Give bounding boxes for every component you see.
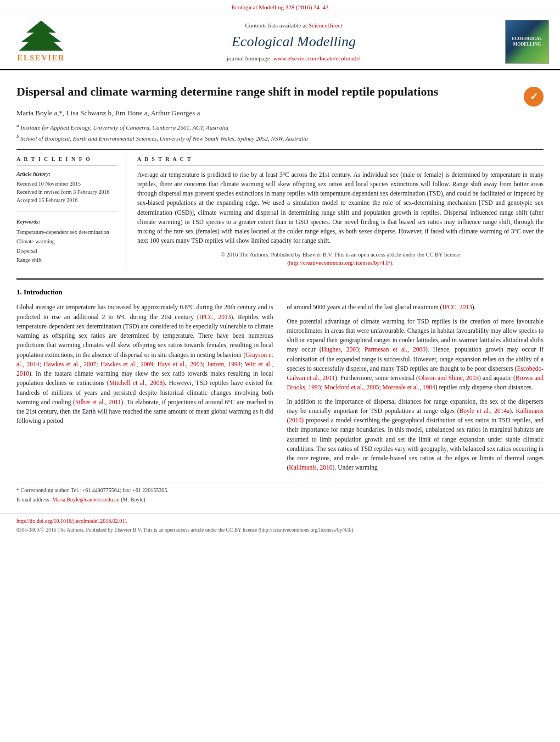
article-history-group: Article history: Received 10 November 20… (16, 170, 117, 204)
article-info-heading: A R T I C L E I N F O (16, 155, 117, 166)
affiliation-b: b School of Biological, Earth and Enviro… (16, 133, 544, 143)
keyword-2: Dispersal (16, 246, 117, 255)
crossmark-badge[interactable]: ✓ (524, 87, 544, 107)
intro-right-col: of around 5000 years at the end of the l… (287, 303, 544, 477)
intro-section-title: 1. Introduction (16, 287, 544, 297)
morreale-ref[interactable]: Morreale et al., 1984 (383, 384, 435, 390)
doi-link[interactable]: http://dx.doi.org/10.1016/j.ecolmodel.20… (16, 518, 127, 524)
mitchell-ref[interactable]: Mitchell et al., 2008 (109, 380, 163, 386)
article-title-section: Dispersal and climate warming determine … (16, 84, 544, 104)
section-divider (16, 278, 544, 280)
revised-line: Received in revised form 3 February 2016 (16, 188, 117, 196)
doi-line: http://dx.doi.org/10.1016/j.ecolmodel.20… (16, 517, 544, 525)
email-note: E-mail address: Maria.Boyle@canberra.edu… (16, 496, 544, 504)
silber-ref[interactable]: Silber et al., 2011 (75, 399, 121, 405)
copyright-line: 0304-3800/© 2016 The Authors. Published … (16, 527, 544, 534)
elsevier-logo: ELSEVIER (11, 21, 71, 64)
elsevier-brand-text: ELSEVIER (18, 53, 65, 64)
hughes-ref[interactable]: Hughes, 2003 (322, 346, 359, 353)
author-email-link[interactable]: Maria.Boyle@canberra.edu.au (52, 496, 120, 503)
escobedo-ref[interactable]: Escobedo-Galvan et al., 2011 (287, 365, 544, 381)
abstract-text: Average air temperature is predicted to … (137, 170, 544, 268)
received-line: Received 10 November 2015 (16, 180, 117, 188)
abstract-license: © 2016 The Authors. Published by Elsevie… (137, 250, 544, 268)
affiliations-section: a Institute for Applied Ecology, Univers… (16, 122, 544, 143)
sciencedirect-link[interactable]: ScienceDirect (309, 22, 343, 29)
abstract-col: A B S T R A C T Average air temperature … (137, 155, 544, 271)
boyle-ref[interactable]: Boyle et al., 2014a (460, 408, 510, 414)
authors-line: Maria Boyle a,*, Lisa Schwanz b, Jim Hon… (16, 108, 544, 118)
kallimanis-ref-2[interactable]: Kallimanis, 2010 (289, 464, 332, 471)
mockford-ref[interactable]: Mockford et al., 2005 (324, 384, 379, 390)
ipcc-ref-1[interactable]: IPCC, 2013 (199, 314, 231, 320)
article-title: Dispersal and climate warming determine … (16, 84, 516, 100)
journal-homepage-link[interactable]: www.elsevier.com/locate/ecolmodel (273, 55, 361, 62)
sciencedirect-line: Contents lists available at ScienceDirec… (82, 21, 505, 30)
olsson-ref[interactable]: Olsson and Shine, 2003 (418, 375, 479, 381)
history-label: Article history: (16, 170, 117, 178)
keywords-label: Keywords: (16, 218, 117, 226)
article-info-col: A R T I C L E I N F O Article history: R… (16, 155, 126, 271)
footnotes-section: * Corresponding author. Tel.: +61 449077… (16, 483, 544, 504)
intro-right-p1: One potential advantage of climate warmi… (287, 317, 544, 393)
divider-keywords (16, 211, 117, 211)
journal-title-header: Ecological Modelling (82, 32, 505, 52)
article-info-abstract-cols: A R T I C L E I N F O Article history: R… (16, 149, 544, 271)
intro-right-p2: In addition to the importance of dispers… (287, 397, 544, 473)
journal-center-header: Contents lists available at ScienceDirec… (82, 21, 505, 63)
journal-header: ELSEVIER Contents lists available at Sci… (0, 14, 560, 70)
janzen-ref[interactable]: Janzen, 1994 (207, 361, 241, 367)
journal-reference-bar: Ecological Modelling 328 (2016) 34–43 (0, 0, 560, 14)
main-content: Dispersal and climate warming determine … (0, 70, 560, 513)
keyword-3: Range shift (16, 255, 117, 265)
journal-ref-text: Ecological Modelling 328 (2016) 34–43 (231, 4, 328, 10)
elsevier-tree-icon (16, 21, 66, 51)
journal-logo-image: ECOLOGICALMODELLING (505, 20, 549, 64)
intro-left-col: Global average air temperature has incre… (16, 303, 273, 477)
doi-bar: http://dx.doi.org/10.1016/j.ecolmodel.20… (0, 514, 560, 537)
keyword-1: Climate warming (16, 237, 117, 246)
ipcc-ref-2[interactable]: IPCC, 2013 (442, 304, 472, 310)
hays-ref[interactable]: Hays et al., 2003 (158, 361, 203, 367)
affiliation-a: a Institute for Applied Ecology, Univers… (16, 122, 544, 132)
accepted-line: Accepted 15 February 2016 (16, 196, 117, 204)
hawkes-ref-1[interactable]: Hawkes et al., 2007 (43, 361, 96, 367)
abstract-heading: A B S T R A C T (137, 155, 544, 166)
journal-logo-text: ECOLOGICALMODELLING (512, 36, 542, 48)
keyword-0: Temperature-dependent sex determination (16, 227, 117, 237)
corresponding-author-note: * Corresponding author. Tel.: +61 449077… (16, 487, 544, 494)
license-link[interactable]: (http://creativecommons.org/licenses/by/… (287, 260, 394, 266)
parmesan-ref[interactable]: Parmesan et al., 2000 (365, 346, 425, 353)
intro-right-p0: of around 5000 years at the end of the l… (287, 303, 544, 312)
hawkes-ref-2[interactable]: Hawkes et al., 2009 (100, 361, 153, 367)
intro-left-p0: Global average air temperature has incre… (16, 303, 273, 426)
journal-homepage-line: journal homepage: www.elsevier.com/locat… (82, 54, 505, 63)
keywords-group: Keywords: Temperature-dependent sex dete… (16, 218, 117, 265)
intro-body-cols: Global average air temperature has incre… (16, 303, 544, 477)
